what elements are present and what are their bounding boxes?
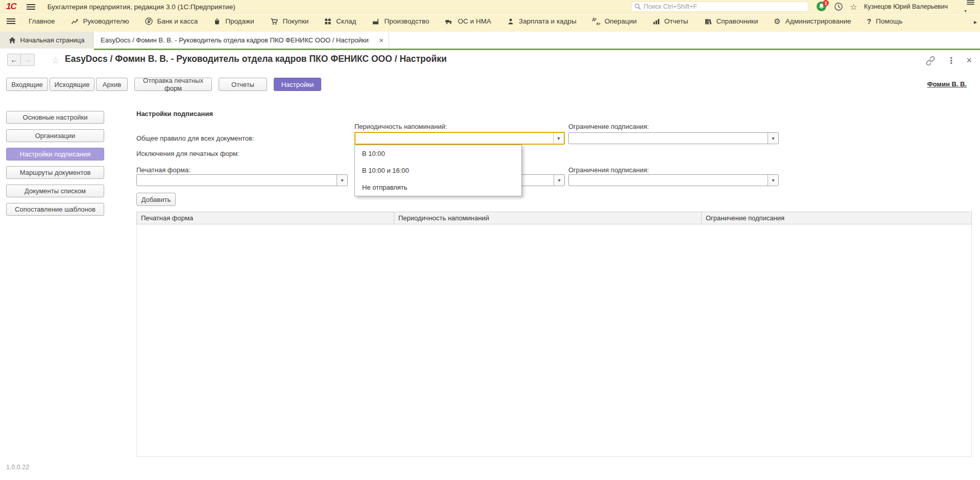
tab-button-otchety[interactable]: Отчеты: [219, 78, 267, 91]
add-button[interactable]: Добавить: [136, 193, 176, 206]
sidebar-item-sopostavlenie-shablonov[interactable]: Сопоставление шаблонов: [6, 203, 104, 216]
grid-icon: [324, 18, 331, 25]
tab-bar: Начальная страница EasyDocs / Фомин В. В…: [0, 32, 980, 49]
tab-easydocs-settings[interactable]: EasyDocs / Фомин В. В. - Руководитель от…: [93, 32, 389, 49]
sidebar-item-nastroyki-podpisaniya[interactable]: Настройки подписания: [6, 148, 104, 161]
current-user[interactable]: Кузнецов Юрий Валерьевич: [864, 3, 948, 10]
dropdown-button[interactable]: [553, 133, 564, 144]
question-icon: [867, 17, 872, 26]
menu-item-operacii[interactable]: Операции: [592, 17, 637, 25]
add-to-favorites-star-icon[interactable]: [52, 55, 59, 66]
menu-item-glavnoe[interactable]: Главное: [29, 17, 55, 25]
forward-button[interactable]: [21, 54, 35, 66]
menu-item-zarplata-i-kadry[interactable]: Зарплата и кадры: [507, 17, 577, 25]
history-nav-buttons: [7, 54, 35, 66]
reminder-frequency-dropdown-list: В 10:00 В 10:00 и 16:00 Не отправлять: [354, 145, 522, 196]
menu-item-bank-i-kassa[interactable]: Банк и касса: [145, 17, 198, 25]
get-link-icon[interactable]: [925, 56, 936, 66]
current-employee-link[interactable]: Фомин В. В.: [927, 80, 967, 88]
menu-label: Зарплата и кадры: [519, 17, 577, 25]
menu-item-administrirovanie[interactable]: Администрирование: [774, 17, 851, 26]
tab-button-otpravka-pechatnyh-form[interactable]: Отправка печатных форм: [134, 78, 212, 91]
menu-item-rukovoditelyu[interactable]: Руководителю: [71, 17, 129, 25]
arrow-right-icon: [24, 55, 32, 64]
table-body-empty[interactable]: [136, 224, 972, 457]
sidebar-item-marshruty-dokumentov[interactable]: Маршруты документов: [6, 166, 104, 179]
column-header-signing-restriction[interactable]: Ограничение подписания: [702, 212, 971, 224]
notifications-button[interactable]: 1: [817, 2, 827, 12]
favorites-button[interactable]: [850, 2, 857, 12]
exception-restriction-input[interactable]: [569, 175, 768, 186]
menu-overflow-icon[interactable]: [974, 17, 977, 26]
menu-item-proizvodstvo[interactable]: Производство: [372, 17, 429, 25]
signing-restriction-label: Ограничение подписания:: [568, 123, 649, 130]
search-icon: [634, 3, 641, 10]
back-button[interactable]: [7, 54, 21, 66]
menu-label: Производство: [384, 17, 429, 25]
dt-kt-icon: [592, 18, 600, 25]
menu-label: ОС и НМА: [458, 17, 491, 25]
menu-label: Администрирование: [785, 17, 851, 25]
user-menu-icon: [967, 0, 974, 5]
reminder-frequency-combobox[interactable]: [354, 132, 565, 145]
more-menu-icon[interactable]: [947, 56, 955, 65]
dropdown-button[interactable]: [337, 175, 347, 186]
reminder-frequency-input[interactable]: [355, 133, 553, 144]
arrow-left-icon: [10, 55, 18, 64]
dropdown-option[interactable]: Не отправлять: [355, 179, 521, 196]
dropdown-button[interactable]: [768, 133, 778, 144]
general-rule-label: Общее правило для всех документов:: [136, 134, 254, 142]
column-header-print-form[interactable]: Печатная форма: [137, 212, 394, 224]
exception-restriction-combobox[interactable]: [568, 174, 779, 186]
page-title: EasyDocs / Фомин В. В. - Руководитель от…: [65, 54, 447, 64]
print-form-label: Печатная форма:: [136, 166, 190, 174]
ruble-icon: [145, 17, 153, 25]
tab-button-ishodyaschie[interactable]: Исходящие: [50, 78, 94, 91]
signing-restriction-input[interactable]: [569, 133, 768, 144]
settings-sidebar: Основные настройки Организации Настройки…: [6, 111, 104, 221]
form-close-icon[interactable]: [966, 55, 972, 66]
menu-label: Продажи: [225, 17, 254, 25]
column-header-reminder-frequency[interactable]: Периодичность напоминаний: [394, 212, 702, 224]
tab-button-nastroyki[interactable]: Настройки: [274, 78, 321, 91]
menu-item-pokupki[interactable]: Покупки: [270, 17, 309, 25]
menu-item-prodazhi[interactable]: Продажи: [213, 17, 254, 25]
menu-label: Банк и касса: [157, 17, 198, 25]
tab-button-vhodyaschie[interactable]: Входящие: [6, 78, 48, 91]
form-header-actions: [925, 55, 972, 66]
sidebar-item-dokumenty-spiskom[interactable]: Документы списком: [6, 185, 104, 197]
history-button[interactable]: [834, 2, 843, 11]
tab-home-page[interactable]: Начальная страница: [0, 32, 93, 49]
dropdown-button[interactable]: [554, 175, 564, 186]
global-search[interactable]: [631, 2, 808, 12]
menu-item-pomosch[interactable]: Помощь: [867, 17, 903, 26]
user-menu-button[interactable]: [956, 0, 975, 14]
menu-item-sklad[interactable]: Склад: [324, 17, 356, 25]
tab-label: EasyDocs / Фомин В. В. - Руководитель от…: [101, 36, 379, 44]
menu-item-otchety[interactable]: Отчеты: [653, 17, 688, 25]
reminder-frequency-label: Периодичность напоминаний:: [354, 123, 447, 130]
tab-close-icon[interactable]: [379, 36, 384, 44]
menu-label: Склад: [336, 17, 356, 25]
main-menu-icon[interactable]: [27, 4, 35, 10]
print-form-combobox[interactable]: [136, 174, 348, 186]
active-tab-indicator: [94, 49, 980, 50]
menu-item-spravochniki[interactable]: Справочники: [704, 17, 758, 25]
dropdown-option[interactable]: В 10:00 и 16:00: [355, 162, 521, 179]
bar-chart-icon: [653, 18, 660, 25]
sections-hamburger-icon[interactable]: [7, 18, 15, 24]
exceptions-label: Исключения для печатных форм:: [136, 150, 240, 157]
sidebar-item-organizacii[interactable]: Организации: [6, 129, 104, 142]
search-input[interactable]: [641, 3, 808, 10]
application-window: 1С Бухгалтерия предприятия, редакция 3.0…: [0, 0, 980, 480]
view-toolbar: Входящие Исходящие Архив Отправка печатн…: [6, 78, 323, 91]
signing-restriction-combobox[interactable]: [568, 132, 779, 144]
sidebar-item-osnovnye-nastroyki[interactable]: Основные настройки: [6, 111, 104, 124]
print-form-input[interactable]: [137, 175, 337, 186]
dropdown-button[interactable]: [768, 175, 778, 186]
menu-item-os-i-nma[interactable]: ОС и НМА: [445, 17, 491, 25]
menu-label: Главное: [29, 17, 55, 25]
dropdown-option[interactable]: В 10:00: [355, 145, 521, 162]
cart-icon: [270, 18, 278, 25]
tab-button-arhiv[interactable]: Архив: [96, 78, 128, 91]
